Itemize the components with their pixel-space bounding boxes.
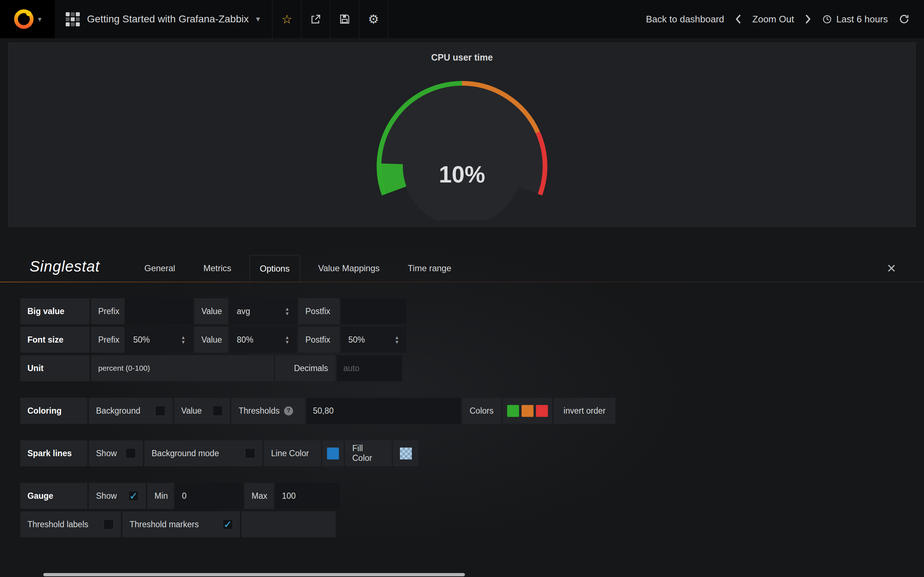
- min-label: Min: [147, 483, 174, 509]
- big-value-postfix-input[interactable]: [347, 306, 401, 317]
- help-icon[interactable]: ?: [284, 406, 293, 416]
- fill-color-cell: [393, 440, 418, 466]
- settings-button[interactable]: ⚙: [359, 0, 388, 38]
- invert-order-button[interactable]: invert order: [554, 398, 615, 424]
- editor-divider: [0, 282, 924, 282]
- max-label: Max: [244, 483, 274, 509]
- thresholds-input[interactable]: [312, 406, 455, 416]
- value-checkbox[interactable]: [213, 406, 223, 416]
- chevron-down-icon: ▾: [256, 15, 260, 24]
- gauge-label: Gauge: [20, 483, 87, 509]
- background-mode-checkbox[interactable]: [245, 448, 255, 458]
- gear-icon: ⚙: [368, 13, 379, 25]
- dashboard-grid-icon: [66, 12, 80, 26]
- tab-time-range[interactable]: Time range: [398, 255, 462, 282]
- gauge-row: Gauge Show ✓ Min Max: [20, 483, 924, 509]
- big-value-prefix-input[interactable]: [132, 306, 187, 317]
- threshold-markers-checkbox[interactable]: ✓: [223, 519, 233, 529]
- font-size-prefix-select[interactable]: 50% ▲▼: [126, 327, 193, 353]
- threshold-labels-checkbox[interactable]: [103, 519, 114, 529]
- line-color-cell: [322, 440, 344, 466]
- spark-lines-row: Spark lines Show Background mode Line Co…: [20, 440, 924, 466]
- max-input[interactable]: [281, 491, 334, 501]
- coloring-label: Coloring: [20, 398, 87, 424]
- gauge-value-label: 10%: [439, 161, 485, 187]
- editor-tabs: General Metrics Options Value Mappings T…: [134, 255, 461, 282]
- refresh-icon: [899, 14, 909, 24]
- panel-title[interactable]: CPU user time: [431, 52, 493, 63]
- value-label: Value: [194, 327, 228, 353]
- value-label: Value: [194, 298, 228, 324]
- postfix-label: Postfix: [298, 327, 340, 353]
- threshold-labels-toggle: Threshold labels: [20, 511, 121, 537]
- line-color-swatch[interactable]: [327, 448, 339, 459]
- panel-editor-header: Singlestat General Metrics Options Value…: [0, 255, 924, 282]
- star-icon: ☆: [281, 13, 292, 25]
- big-value-label: Big value: [20, 298, 89, 324]
- background-checkbox[interactable]: [155, 406, 165, 416]
- tab-general[interactable]: General: [134, 255, 185, 282]
- gauge-show-toggle: Show ✓: [89, 483, 146, 509]
- tab-options[interactable]: Options: [249, 255, 300, 282]
- grafana-menu-caret-icon: ▾: [38, 15, 42, 23]
- panel-type-title: Singlestat: [30, 258, 100, 275]
- clock-icon: [822, 15, 832, 24]
- share-icon: [310, 13, 321, 25]
- close-editor-button[interactable]: ×: [887, 261, 896, 276]
- close-icon: ×: [887, 259, 896, 277]
- decimals-input[interactable]: [342, 363, 396, 374]
- time-range-picker[interactable]: Last 6 hours: [822, 14, 888, 25]
- decimals-label: Decimals: [275, 355, 335, 381]
- spark-lines-label: Spark lines: [20, 440, 87, 466]
- options-form: Big value Prefix Value avg ▲▼ Postfix Fo…: [20, 298, 924, 537]
- fill-color-label: Fill Color: [345, 440, 392, 466]
- back-to-dashboard-button[interactable]: Back to dashboard: [646, 14, 724, 25]
- grafana-menu-button[interactable]: ▾: [0, 0, 55, 38]
- singlestat-panel: CPU user time 10%: [8, 43, 916, 227]
- select-stepper-icon: ▲▼: [394, 335, 399, 344]
- tab-value-mappings[interactable]: Value Mappings: [308, 255, 389, 282]
- fill-color-swatch[interactable]: [400, 448, 412, 459]
- spark-show-toggle: Show: [89, 440, 143, 466]
- threshold-color-swatch-green[interactable]: [507, 405, 519, 417]
- gauge-value-arc: [391, 164, 395, 190]
- grafana-logo-icon: [13, 9, 34, 29]
- dashboard-title: Getting Started with Grafana-Zabbix: [87, 13, 249, 25]
- big-value-stat-select[interactable]: avg ▲▼: [229, 298, 297, 324]
- font-size-value-select[interactable]: 80% ▲▼: [229, 327, 297, 353]
- dashboard-picker[interactable]: Getting Started with Grafana-Zabbix ▾: [55, 0, 273, 38]
- threshold-color-swatch-orange[interactable]: [522, 405, 533, 417]
- big-value-postfix-cell: [341, 298, 406, 324]
- star-dashboard-button[interactable]: ☆: [273, 0, 301, 38]
- horizontal-scrollbar[interactable]: [43, 573, 465, 576]
- spark-show-checkbox[interactable]: [126, 448, 136, 458]
- tab-metrics[interactable]: Metrics: [193, 255, 241, 282]
- zoom-out-button[interactable]: Zoom Out: [752, 14, 794, 25]
- min-input[interactable]: [181, 491, 237, 501]
- save-dashboard-button[interactable]: [330, 0, 359, 38]
- background-mode-toggle: Background mode: [144, 440, 262, 466]
- share-dashboard-button[interactable]: [301, 0, 330, 38]
- colors-label: Colors: [462, 398, 501, 424]
- unit-picker[interactable]: percent (0-100): [91, 355, 274, 381]
- refresh-button[interactable]: [899, 14, 909, 24]
- line-color-label: Line Color: [264, 440, 321, 466]
- select-stepper-icon: ▲▼: [285, 306, 289, 316]
- threshold-options-row: Threshold labels Threshold markers ✓: [20, 511, 924, 537]
- save-icon: [339, 14, 350, 24]
- font-size-postfix-select[interactable]: 50% ▲▼: [341, 327, 406, 353]
- time-shift-right-button[interactable]: [805, 14, 811, 24]
- time-shift-left-button[interactable]: [735, 14, 741, 24]
- decimals-cell: [337, 355, 402, 381]
- color-swatches: [503, 398, 552, 424]
- gauge-show-checkbox[interactable]: ✓: [129, 491, 139, 501]
- unit-row: Unit percent (0-100) Decimals: [20, 355, 924, 381]
- prefix-label: Prefix: [91, 298, 124, 324]
- thresholds-label-cell: Thresholds ?: [231, 398, 305, 424]
- big-value-prefix-cell: [126, 298, 193, 324]
- postfix-label: Postfix: [298, 298, 340, 324]
- coloring-row: Coloring Background Value Thresholds ? C…: [20, 398, 924, 424]
- time-range-label: Last 6 hours: [836, 14, 888, 25]
- top-navbar: ▾ Getting Started with Grafana-Zabbix ▾ …: [0, 0, 924, 38]
- threshold-color-swatch-red[interactable]: [536, 405, 548, 417]
